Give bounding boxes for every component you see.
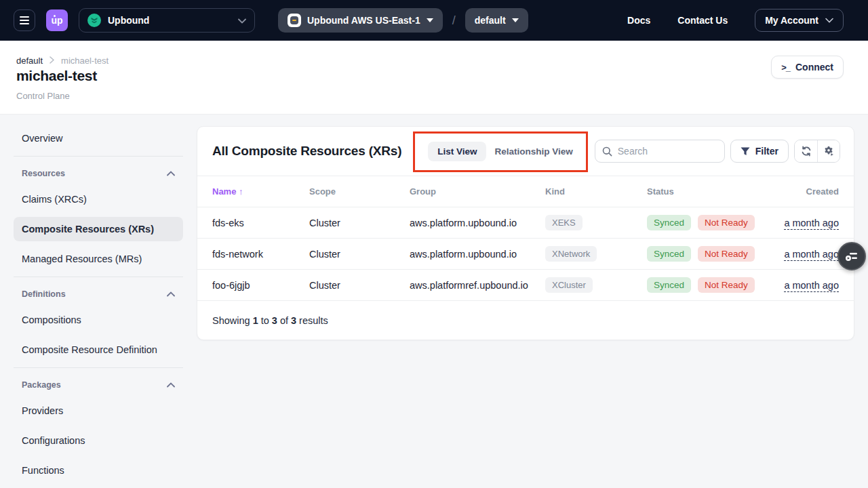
hamburger-menu-button[interactable] <box>14 9 35 31</box>
sidebar-section-definitions[interactable]: Definitions <box>14 285 183 304</box>
breadcrumb-default[interactable]: default <box>16 56 43 66</box>
sidebar-item-claims[interactable]: Claims (XRCs) <box>14 187 183 211</box>
chevron-down-icon <box>427 18 433 22</box>
search-input[interactable] <box>618 146 713 157</box>
cell-name[interactable]: fds-eks <box>212 218 309 228</box>
filter-button[interactable]: Filter <box>730 140 789 163</box>
chevron-up-icon <box>167 291 175 297</box>
breadcrumb: default michael-test <box>16 56 108 66</box>
cell-status: Synced Not Ready <box>647 215 784 230</box>
cell-created: a month ago <box>784 280 839 291</box>
cell-scope: Cluster <box>309 218 410 228</box>
not-ready-badge: Not Ready <box>698 215 755 230</box>
gear-play-icon <box>823 146 835 157</box>
section-title: Resources <box>22 169 65 178</box>
organization-icon <box>87 14 101 27</box>
annotation-list-icon <box>845 250 859 262</box>
auto-refresh-settings-button[interactable] <box>817 140 840 162</box>
column-header-scope[interactable]: Scope <box>309 186 410 197</box>
chevron-down-icon <box>512 18 519 22</box>
logo-dot <box>54 15 56 17</box>
synced-badge: Synced <box>647 277 691 293</box>
hamburger-icon <box>20 16 29 18</box>
filter-label: Filter <box>755 146 778 157</box>
sidebar-item-composite-resource-definition[interactable]: Composite Resource Definition <box>14 338 183 362</box>
upbound-logo[interactable]: up <box>46 9 68 31</box>
sidebar-item-providers[interactable]: Providers <box>14 399 183 423</box>
sidebar-item-managed-resources[interactable]: Managed Resources (MRs) <box>14 247 183 271</box>
control-plane-group-icon <box>288 14 301 27</box>
chevron-up-icon <box>167 171 175 176</box>
top-navbar: up Upbound Upbound AWS US-East-1 / defau… <box>0 0 868 41</box>
results-summary: Showing 1 to 3 of 3 results <box>197 300 854 340</box>
cell-scope: Cluster <box>309 249 410 260</box>
my-account-button[interactable]: My Account <box>755 9 844 32</box>
refresh-icon <box>801 146 812 157</box>
table-row[interactable]: fds-network Cluster aws.platform.upbound… <box>197 238 854 269</box>
cell-created: a month ago <box>784 249 839 260</box>
created-tooltip-link[interactable]: a month ago <box>784 249 839 261</box>
sidebar-section-resources[interactable]: Resources <box>14 164 183 183</box>
sidebar-item-composite-resources[interactable]: Composite Resources (XRs) <box>14 217 183 241</box>
control-plane-group-dropdown[interactable]: Upbound AWS US-East-1 <box>278 8 443 33</box>
docs-link[interactable]: Docs <box>627 15 650 26</box>
namespace-dropdown[interactable]: default <box>465 8 528 33</box>
cell-status: Synced Not Ready <box>647 246 784 262</box>
column-header-name[interactable]: Name ↑ <box>212 186 309 197</box>
page-subtitle: Control Plane <box>16 91 70 101</box>
sidebar-section-packages[interactable]: Packages <box>14 375 183 394</box>
namespace-label: default <box>475 15 506 26</box>
cell-kind: XEKS <box>545 215 647 230</box>
refresh-button[interactable] <box>795 140 817 162</box>
contact-us-link[interactable]: Contact Us <box>677 15 728 26</box>
navbar-right: Docs Contact Us My Account <box>627 9 844 32</box>
column-header-created[interactable]: Created <box>806 186 839 197</box>
breadcrumb-current: michael-test <box>61 56 108 66</box>
search-icon <box>602 146 612 157</box>
cell-group: aws.platform.upbound.io <box>410 249 545 260</box>
connect-button[interactable]: >_ Connect <box>771 56 844 79</box>
search-box <box>595 140 725 163</box>
column-header-kind[interactable]: Kind <box>545 186 647 197</box>
filter-funnel-icon <box>741 147 750 156</box>
section-title: Packages <box>22 380 61 390</box>
sort-arrow-up-icon: ↑ <box>239 186 243 197</box>
cell-kind: XCluster <box>545 277 647 293</box>
cell-name[interactable]: fds-network <box>212 249 309 260</box>
relationship-view-tab[interactable]: Relationship View <box>486 142 580 161</box>
kind-badge: XEKS <box>545 215 583 230</box>
list-view-tab[interactable]: List View <box>428 142 486 161</box>
column-header-group[interactable]: Group <box>410 186 545 197</box>
feedback-widget-button[interactable] <box>837 242 866 270</box>
composite-resources-card: All Composite Resources (XRs) List View … <box>197 126 854 340</box>
organization-dropdown[interactable]: Upbound <box>79 8 255 33</box>
not-ready-badge: Not Ready <box>698 277 755 293</box>
created-tooltip-link[interactable]: a month ago <box>784 280 839 292</box>
divider <box>14 277 183 277</box>
table-row[interactable]: fds-eks Cluster aws.platform.upbound.io … <box>197 207 854 238</box>
sidebar-item-configurations[interactable]: Configurations <box>14 428 183 453</box>
path-separator: / <box>452 14 456 28</box>
sidebar-item-overview[interactable]: Overview <box>14 126 183 150</box>
table-row[interactable]: foo-6jgjb Cluster aws.platformref.upboun… <box>197 269 854 300</box>
chevron-up-icon <box>167 382 175 388</box>
sidebar-item-functions[interactable]: Functions <box>14 458 183 483</box>
kind-badge: XCluster <box>545 277 593 293</box>
column-header-status[interactable]: Status <box>647 186 806 197</box>
cell-status: Synced Not Ready <box>647 277 784 293</box>
cell-scope: Cluster <box>309 280 410 291</box>
sidebar-item-compositions[interactable]: Compositions <box>14 308 183 332</box>
cell-group: aws.platformref.upbound.io <box>410 280 545 291</box>
created-tooltip-link[interactable]: a month ago <box>784 218 839 230</box>
table-actions <box>794 140 840 163</box>
logo-text: up <box>51 15 62 26</box>
card-header: All Composite Resources (XRs) List View … <box>197 127 854 176</box>
page-title: michael-test <box>16 68 97 84</box>
kind-badge: XNetwork <box>545 246 597 262</box>
section-title: Definitions <box>22 289 66 299</box>
cell-name[interactable]: foo-6jgjb <box>212 280 309 291</box>
cell-group: aws.platform.upbound.io <box>410 218 545 228</box>
sidebar: Overview Resources Claims (XRCs) Composi… <box>14 126 183 488</box>
cell-kind: XNetwork <box>545 246 647 262</box>
divider <box>14 156 183 157</box>
